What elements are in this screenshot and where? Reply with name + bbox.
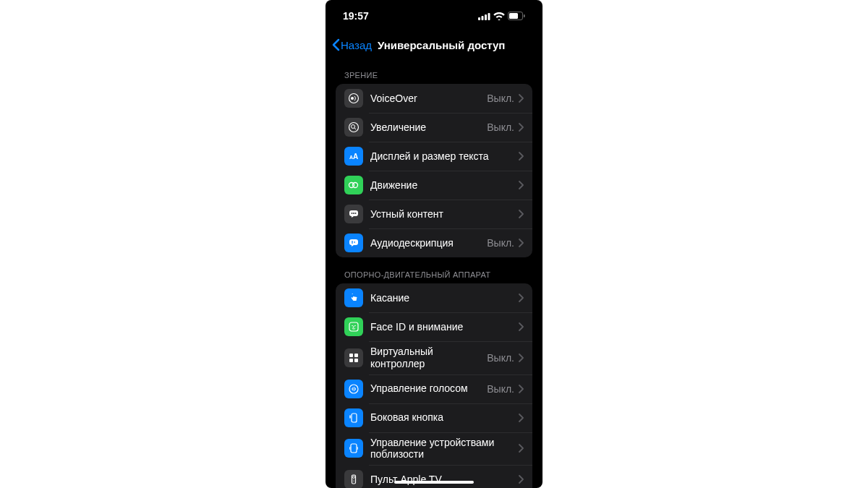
row-status: Выкл. (487, 93, 514, 104)
svg-rect-3 (488, 13, 490, 20)
row-label: Face ID и внимание (370, 321, 519, 333)
chevron-right-icon (519, 152, 524, 160)
svg-rect-5 (509, 13, 518, 19)
row-label: Аудиодескрипция (370, 237, 487, 249)
row-label: VoiceOver (370, 93, 487, 105)
row-label: Дисплей и размер текста (370, 150, 519, 163)
remote-icon (344, 470, 363, 488)
row-voiceover[interactable]: VoiceOverВыкл. (336, 84, 532, 113)
section-header: ОПОРНО-ДВИГАТЕЛЬНЫЙ АППАРАТ (336, 257, 532, 283)
back-label: Назад (341, 39, 372, 51)
voiceover-icon (344, 89, 363, 108)
row-label: Управление голосом (370, 382, 487, 395)
zoom-icon (344, 118, 363, 137)
row-status: Выкл. (487, 121, 514, 133)
row-label: Управление устройствами поблизости (370, 437, 519, 461)
svg-rect-29 (351, 388, 352, 389)
svg-line-11 (354, 128, 356, 129)
row-label: Боковая кнопка (370, 411, 519, 424)
row-nearby-devices[interactable]: Управление устройствами поблизости (336, 432, 532, 466)
row-apple-tv[interactable]: Пульт Apple TV (336, 465, 532, 488)
svg-rect-25 (354, 354, 358, 357)
touch-icon (344, 288, 363, 307)
chevron-right-icon (519, 444, 524, 453)
status-bar: 19:57 (326, 0, 542, 32)
row-label: Увеличение (370, 121, 487, 134)
settings-content[interactable]: ЗРЕНИЕVoiceOverВыкл.УвеличениеВыкл.AAДис… (326, 58, 542, 488)
svg-point-22 (352, 325, 353, 327)
svg-point-18 (353, 213, 354, 214)
svg-point-39 (353, 481, 354, 482)
settings-sections: ЗРЕНИЕVoiceOverВыкл.УвеличениеВыкл.AAДис… (336, 58, 532, 488)
svg-rect-0 (478, 17, 480, 20)
nav-bar: Назад Универсальный доступ (326, 32, 542, 58)
svg-point-19 (355, 213, 357, 214)
row-status: Выкл. (487, 237, 514, 249)
chevron-right-icon (519, 294, 524, 302)
page-title: Универсальный доступ (378, 39, 505, 51)
row-display-text[interactable]: AAДисплей и размер текста (336, 142, 532, 171)
wifi-icon (493, 12, 505, 20)
svg-point-38 (353, 480, 354, 481)
row-label: Пульт Apple TV (370, 474, 519, 486)
svg-rect-1 (482, 16, 484, 20)
chevron-right-icon (519, 239, 524, 247)
battery-icon (508, 12, 525, 20)
audiodesc-icon (344, 234, 363, 252)
text-icon: AA (344, 147, 363, 166)
chevron-right-icon (519, 475, 524, 484)
sidebtn-icon (344, 408, 363, 427)
settings-group: VoiceOverВыкл.УвеличениеВыкл.AAДисплей и… (336, 84, 532, 257)
chevron-right-icon (519, 210, 524, 218)
speech-icon (344, 205, 363, 223)
row-voice-control[interactable]: Управление голосомВыкл. (336, 374, 532, 403)
svg-point-37 (353, 476, 355, 479)
svg-rect-32 (355, 388, 356, 390)
back-button[interactable]: Назад (331, 38, 372, 51)
status-time: 19:57 (343, 10, 369, 22)
status-indicators (478, 12, 525, 20)
row-label: Касание (370, 292, 519, 304)
chevron-right-icon (519, 123, 524, 132)
nearby-icon (344, 439, 363, 458)
svg-point-8 (351, 97, 354, 100)
row-audio-desc[interactable]: АудиодескрипцияВыкл. (336, 228, 532, 257)
row-switch-control[interactable]: Виртуальный контроллерВыкл. (336, 341, 532, 374)
home-indicator[interactable] (394, 481, 474, 484)
svg-rect-2 (485, 14, 487, 20)
svg-rect-20 (349, 239, 358, 245)
svg-rect-26 (349, 359, 353, 362)
svg-point-23 (354, 325, 356, 327)
row-label: Устный контент (370, 208, 519, 221)
svg-rect-27 (354, 359, 358, 362)
svg-point-17 (352, 213, 353, 214)
row-faceid[interactable]: Face ID и внимание (336, 312, 532, 341)
row-zoom[interactable]: УвеличениеВыкл. (336, 113, 532, 142)
svg-point-9 (349, 123, 359, 132)
switch-icon (344, 348, 363, 367)
motion-icon (344, 176, 363, 194)
svg-text:A: A (353, 153, 358, 160)
faceid-icon (344, 317, 363, 336)
row-side-button[interactable]: Боковая кнопка (336, 403, 532, 432)
chevron-right-icon (519, 414, 524, 422)
chevron-right-icon (519, 322, 524, 331)
row-touch[interactable]: Касание (336, 283, 532, 312)
section-header: ЗРЕНИЕ (336, 58, 532, 84)
row-spoken-content[interactable]: Устный контент (336, 200, 532, 228)
phone-frame: 19:57 Назад Универсальный доступ ЗРЕНИЕV… (326, 0, 542, 488)
chevron-right-icon (519, 181, 524, 189)
svg-rect-35 (351, 444, 357, 453)
svg-rect-30 (352, 388, 353, 390)
row-label: Виртуальный контроллер (370, 346, 487, 370)
chevron-left-icon (331, 38, 340, 51)
svg-point-15 (353, 183, 358, 188)
svg-rect-6 (524, 14, 525, 17)
svg-rect-31 (354, 387, 354, 391)
signal-icon (478, 12, 490, 20)
voice-icon (344, 380, 363, 398)
settings-group: КасаниеFace ID и вниманиеВиртуальный кон… (336, 283, 532, 488)
row-motion[interactable]: Движение (336, 171, 532, 200)
svg-rect-24 (349, 354, 353, 357)
row-status: Выкл. (487, 383, 514, 395)
